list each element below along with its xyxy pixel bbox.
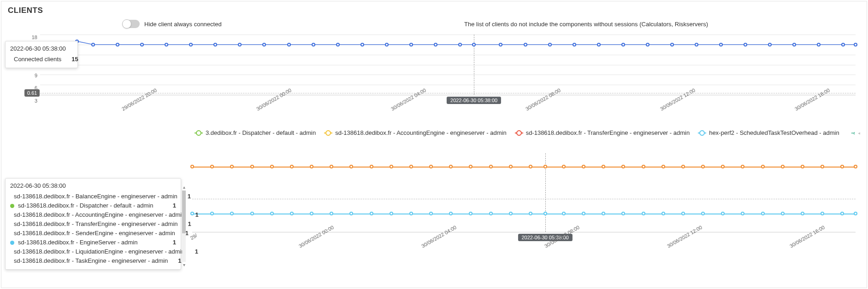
data-marker[interactable] bbox=[449, 212, 453, 215]
data-marker[interactable] bbox=[409, 43, 413, 46]
data-marker[interactable] bbox=[602, 212, 605, 215]
data-marker[interactable] bbox=[681, 212, 685, 215]
data-marker[interactable] bbox=[524, 43, 527, 46]
data-marker[interactable] bbox=[310, 165, 313, 168]
data-marker[interactable] bbox=[213, 43, 217, 46]
legend-more-icon[interactable]: -‹ bbox=[851, 130, 855, 136]
data-marker[interactable] bbox=[190, 165, 194, 168]
data-marker[interactable] bbox=[821, 165, 824, 168]
data-marker[interactable] bbox=[621, 43, 625, 46]
data-marker[interactable] bbox=[621, 165, 625, 168]
data-marker[interactable] bbox=[349, 212, 353, 215]
data-marker[interactable] bbox=[409, 212, 413, 215]
data-marker[interactable] bbox=[642, 212, 645, 215]
chart2-plot[interactable]: 2022-06-30 05:38:00 bbox=[192, 153, 856, 232]
data-marker[interactable] bbox=[761, 165, 765, 168]
data-marker[interactable] bbox=[642, 165, 645, 168]
data-marker[interactable] bbox=[817, 43, 821, 46]
data-marker[interactable] bbox=[429, 212, 433, 215]
data-marker[interactable] bbox=[390, 212, 393, 215]
data-marker[interactable] bbox=[290, 165, 294, 168]
data-marker[interactable] bbox=[370, 165, 373, 168]
data-marker[interactable] bbox=[562, 212, 566, 215]
data-marker[interactable] bbox=[330, 212, 333, 215]
data-marker[interactable] bbox=[854, 165, 857, 168]
data-marker[interactable] bbox=[238, 43, 242, 46]
data-marker[interactable] bbox=[801, 212, 804, 215]
data-marker[interactable] bbox=[310, 212, 313, 215]
data-marker[interactable] bbox=[582, 165, 585, 168]
scroll-down-icon[interactable]: ▾ bbox=[183, 263, 185, 267]
data-marker[interactable] bbox=[602, 165, 605, 168]
data-marker[interactable] bbox=[116, 43, 119, 46]
data-marker[interactable] bbox=[210, 212, 214, 215]
data-marker[interactable] bbox=[854, 212, 857, 215]
data-marker[interactable] bbox=[543, 212, 547, 215]
data-marker[interactable] bbox=[230, 165, 234, 168]
data-marker[interactable] bbox=[349, 165, 353, 168]
data-marker[interactable] bbox=[562, 165, 566, 168]
data-marker[interactable] bbox=[472, 43, 476, 46]
data-marker[interactable] bbox=[529, 212, 532, 215]
legend-item[interactable]: 3.dedibox.fr - Dispatcher - default - ad… bbox=[195, 129, 316, 136]
data-marker[interactable] bbox=[701, 165, 705, 168]
legend-item[interactable]: sd-138618.dedibox.fr - TransferEngine - … bbox=[515, 129, 690, 136]
data-marker[interactable] bbox=[841, 43, 845, 46]
data-marker[interactable] bbox=[681, 165, 685, 168]
data-marker[interactable] bbox=[409, 165, 413, 168]
data-marker[interactable] bbox=[582, 212, 585, 215]
data-marker[interactable] bbox=[270, 212, 274, 215]
data-marker[interactable] bbox=[509, 212, 513, 215]
data-marker[interactable] bbox=[489, 165, 493, 168]
data-marker[interactable] bbox=[434, 43, 437, 46]
data-marker[interactable] bbox=[543, 165, 547, 168]
data-marker[interactable] bbox=[701, 212, 705, 215]
data-marker[interactable] bbox=[336, 43, 340, 46]
data-marker[interactable] bbox=[290, 212, 294, 215]
data-marker[interactable] bbox=[529, 165, 532, 168]
data-marker[interactable] bbox=[489, 212, 493, 215]
data-marker[interactable] bbox=[287, 43, 291, 46]
data-marker[interactable] bbox=[312, 43, 315, 46]
data-marker[interactable] bbox=[548, 43, 552, 46]
data-marker[interactable] bbox=[801, 165, 804, 168]
data-marker[interactable] bbox=[210, 165, 214, 168]
data-marker[interactable] bbox=[597, 43, 601, 46]
data-marker[interactable] bbox=[821, 212, 824, 215]
data-marker[interactable] bbox=[509, 165, 513, 168]
data-marker[interactable] bbox=[429, 165, 433, 168]
data-marker[interactable] bbox=[792, 43, 796, 46]
data-marker[interactable] bbox=[721, 165, 725, 168]
data-marker[interactable] bbox=[854, 43, 857, 46]
legend-item[interactable]: hex-perf2 - ScheduledTaskTestOverhead - … bbox=[698, 129, 839, 136]
data-marker[interactable] bbox=[695, 43, 698, 46]
data-marker[interactable] bbox=[165, 43, 168, 46]
data-marker[interactable] bbox=[262, 43, 266, 46]
data-marker[interactable] bbox=[449, 165, 453, 168]
data-marker[interactable] bbox=[499, 43, 502, 46]
data-marker[interactable] bbox=[360, 43, 364, 46]
scroll-up-icon[interactable]: ▴ bbox=[183, 185, 185, 190]
data-marker[interactable] bbox=[458, 43, 462, 46]
tooltip-scrollbar[interactable]: ▴ ▾ bbox=[182, 185, 186, 267]
legend-item[interactable]: sd-138618.dedibox.fr - AccountingEngine … bbox=[324, 129, 506, 136]
data-marker[interactable] bbox=[469, 212, 472, 215]
data-marker[interactable] bbox=[469, 165, 472, 168]
data-marker[interactable] bbox=[761, 212, 765, 215]
data-marker[interactable] bbox=[250, 212, 254, 215]
data-marker[interactable] bbox=[768, 43, 772, 46]
data-marker[interactable] bbox=[189, 43, 193, 46]
data-marker[interactable] bbox=[741, 212, 744, 215]
data-marker[interactable] bbox=[719, 43, 723, 46]
data-marker[interactable] bbox=[140, 43, 144, 46]
data-marker[interactable] bbox=[230, 212, 234, 215]
data-marker[interactable] bbox=[385, 43, 389, 46]
data-marker[interactable] bbox=[781, 165, 785, 168]
data-marker[interactable] bbox=[621, 212, 625, 215]
data-marker[interactable] bbox=[741, 165, 744, 168]
legend-prev-icon[interactable]: ◀ bbox=[858, 130, 860, 136]
data-marker[interactable] bbox=[646, 43, 650, 46]
data-marker[interactable] bbox=[670, 43, 674, 46]
chart1-plot[interactable]: 0.61 2022-06-30 05:38:00 bbox=[40, 35, 856, 95]
data-marker[interactable] bbox=[781, 212, 785, 215]
